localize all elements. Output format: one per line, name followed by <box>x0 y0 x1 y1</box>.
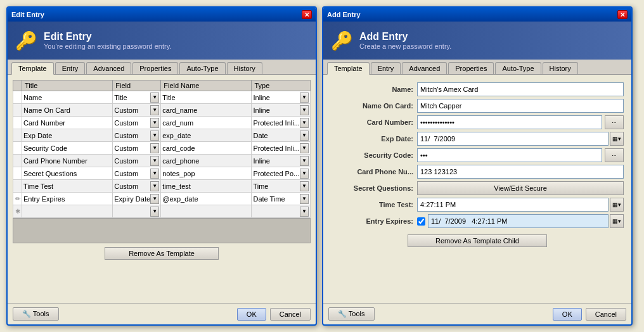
row-icon-2 <box>13 104 22 117</box>
security-code-reveal-button[interactable]: ··· <box>605 148 624 162</box>
field-dd-new[interactable]: ▼ <box>150 207 159 217</box>
tab-autotype-left[interactable]: Auto-Type <box>179 62 225 74</box>
row-fieldname-new[interactable] <box>161 205 252 218</box>
card-number-input[interactable] <box>417 115 602 129</box>
card-number-reveal-button[interactable]: ··· <box>605 115 624 129</box>
field-dd-2[interactable]: ▼ <box>150 105 159 115</box>
key-icon-right: 🔑 <box>331 30 353 51</box>
table-row: Security Code Custom▼ card_code Protecte… <box>13 142 311 155</box>
type-dd-2[interactable]: ▼ <box>300 105 309 115</box>
row-title-new[interactable] <box>22 205 113 218</box>
row-field-6: Custom▼ <box>113 155 161 167</box>
row-field-5: Custom▼ <box>113 142 161 155</box>
row-type-new: ▼ <box>252 205 311 218</box>
remove-template-button[interactable]: Remove As Template <box>105 247 219 260</box>
field-dd-4[interactable]: ▼ <box>150 131 159 141</box>
cancel-button-right[interactable]: Cancel <box>586 308 626 321</box>
edit-close-button[interactable]: ✕ <box>302 10 312 19</box>
new-title-input[interactable] <box>23 208 111 215</box>
edit-footer: 🔧 Tools OK Cancel <box>8 303 316 324</box>
type-dd-5[interactable]: ▼ <box>300 143 309 153</box>
row-type-2: Inline▼ <box>252 104 311 117</box>
add-close-button[interactable]: ✕ <box>617 10 628 19</box>
type-dd-6[interactable]: ▼ <box>300 156 309 166</box>
row-title-7: Secret Questions <box>22 167 113 180</box>
tab-advanced-right[interactable]: Advanced <box>402 62 447 74</box>
field-dd-7[interactable]: ▼ <box>150 169 159 179</box>
tab-entry-left[interactable]: Entry <box>55 62 86 74</box>
field-dd-1[interactable]: ▼ <box>150 93 159 103</box>
entry-expires-input[interactable] <box>428 214 609 228</box>
tab-properties-right[interactable]: Properties <box>448 62 494 74</box>
row-title-1: Name <box>22 91 113 104</box>
card-number-label: Card Number: <box>331 118 413 126</box>
ok-button-left[interactable]: OK <box>237 308 266 321</box>
tools-section-right: 🔧 Tools <box>328 307 375 321</box>
type-dd-new[interactable]: ▼ <box>300 207 309 217</box>
row-fieldname-8: time_test <box>161 180 252 193</box>
type-dd-1[interactable]: ▼ <box>300 93 309 103</box>
row-title-4: Exp Date <box>22 129 113 142</box>
exp-date-input[interactable] <box>417 132 609 146</box>
tab-template-left[interactable]: Template <box>11 62 54 75</box>
tab-advanced-left[interactable]: Advanced <box>86 62 131 74</box>
security-code-input[interactable] <box>417 148 602 162</box>
remove-template-child-button[interactable]: Remove As Template Child <box>408 234 547 247</box>
row-icon-1 <box>13 91 22 104</box>
time-test-cal-button[interactable]: ▦▾ <box>610 198 624 212</box>
type-dd-3[interactable]: ▼ <box>300 118 309 128</box>
tools-button-right[interactable]: 🔧 Tools <box>328 307 375 321</box>
add-tabs: Template Entry Advanced Properties Auto-… <box>323 60 631 75</box>
type-dd-4[interactable]: ▼ <box>300 131 309 141</box>
exp-date-row: ▦▾ <box>417 132 624 146</box>
exp-date-cal-button[interactable]: ▦▾ <box>610 132 624 146</box>
row-fieldname-1: Title <box>161 91 252 104</box>
type-dd-8[interactable]: ▼ <box>300 181 309 191</box>
name-input[interactable] <box>417 82 624 96</box>
view-edit-secure-button[interactable]: View/Edit Secure <box>417 181 624 195</box>
field-dd-8[interactable]: ▼ <box>150 181 159 191</box>
entry-expires-row: ▦▾ <box>417 214 624 228</box>
table-row: Time Test Custom▼ time_test Time▼ <box>13 180 311 193</box>
row-title-5: Security Code <box>22 142 113 155</box>
add-entry-dialog: Add Entry ✕ 🔑 Add Entry Create a new pas… <box>322 6 633 326</box>
field-dd-6[interactable]: ▼ <box>150 156 159 166</box>
table-row: Card Number Custom▼ card_num Protected I… <box>13 117 311 129</box>
type-dd-7[interactable]: ▼ <box>300 169 309 179</box>
type-dd-9[interactable]: ▼ <box>300 194 309 204</box>
add-title-text: Add Entry <box>327 11 361 18</box>
entry-expires-cal-button[interactable]: ▦▾ <box>610 214 624 228</box>
field-dd-9[interactable]: ▼ <box>150 194 159 204</box>
edit-header-subtitle: You're editing an existing password entr… <box>44 42 171 50</box>
edit-title-bar: Edit Entry ✕ <box>8 8 316 22</box>
card-phone-input[interactable] <box>417 165 624 179</box>
table-row-new: ✱ ▼ ▼ <box>13 205 311 218</box>
row-fieldname-4: exp_date <box>161 129 252 142</box>
entry-expires-checkbox[interactable] <box>417 217 425 226</box>
tab-entry-right[interactable]: Entry <box>371 62 401 74</box>
row-type-7: Protected Po...▼ <box>252 167 311 180</box>
table-row: Card Phone Number Custom▼ card_phone Inl… <box>13 155 311 167</box>
row-field-new: ▼ <box>113 205 161 218</box>
table-row: Secret Questions Custom▼ notes_pop Prote… <box>13 167 311 180</box>
row-title-9: Entry Expires <box>22 193 113 205</box>
edit-header: 🔑 Edit Entry You're editing an existing … <box>8 22 316 60</box>
ok-button-right[interactable]: OK <box>553 308 582 321</box>
tab-history-right[interactable]: History <box>543 62 578 74</box>
name-on-card-input[interactable] <box>417 99 624 113</box>
row-type-6: Inline▼ <box>252 155 311 167</box>
tab-history-left[interactable]: History <box>227 62 262 74</box>
field-dd-5[interactable]: ▼ <box>150 143 159 153</box>
tab-autotype-right[interactable]: Auto-Type <box>495 62 541 74</box>
tools-button-left[interactable]: 🔧 Tools <box>13 307 59 321</box>
security-code-row: ··· <box>417 148 624 162</box>
tab-template-right[interactable]: Template <box>327 62 370 75</box>
cancel-button-left[interactable]: Cancel <box>270 308 311 321</box>
tab-properties-left[interactable]: Properties <box>132 62 178 74</box>
time-test-input[interactable] <box>417 198 609 212</box>
new-fieldname-input[interactable] <box>162 208 250 215</box>
table-row: ✏ Entry Expires Expiry Date▼ @exp_date D… <box>13 193 311 205</box>
security-code-label: Security Code: <box>331 151 413 159</box>
field-dd-3[interactable]: ▼ <box>150 118 159 128</box>
edit-body: Title Field Field Name Type Name Title▼ … <box>8 75 316 303</box>
